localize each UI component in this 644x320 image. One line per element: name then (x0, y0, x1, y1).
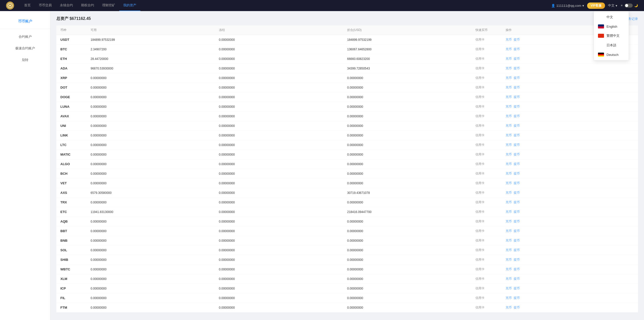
lang-label-tw: 繁體中文 (607, 33, 620, 38)
nav-item-options[interactable]: 期权合约 (77, 0, 98, 11)
deposit-link[interactable]: 充币 (506, 305, 512, 310)
deposit-link[interactable]: 充币 (506, 85, 512, 90)
withdraw-link[interactable]: 提币 (514, 124, 520, 128)
withdraw-link[interactable]: 提币 (514, 38, 520, 42)
deposit-link[interactable]: 充币 (506, 229, 512, 233)
language-button[interactable]: 中文 ▾ (608, 3, 617, 8)
user-profile[interactable]: 👤 111111@qq.com ▾ (551, 4, 584, 8)
withdraw-link[interactable]: 提币 (514, 286, 520, 291)
withdraw-link[interactable]: 提币 (514, 191, 520, 195)
chevron-down-icon: ▾ (616, 4, 617, 8)
theme-toggle[interactable]: ☀ 🌙 (620, 4, 638, 8)
deposit-link[interactable]: 充币 (506, 238, 512, 243)
withdraw-link[interactable]: 提币 (514, 229, 520, 233)
cell-available: 96870.53930000 (91, 67, 219, 70)
deposit-link[interactable]: 充币 (506, 296, 512, 300)
cell-frozen: 0.00000000 (219, 220, 347, 223)
deposit-link[interactable]: 充币 (506, 219, 512, 224)
deposit-link[interactable]: 充币 (506, 95, 512, 99)
deposit-link[interactable]: 充币 (506, 104, 512, 109)
deposit-link[interactable]: 充币 (506, 210, 512, 214)
table-row: MATIC 0.00000000 0.00000000 0.00000000 信… (56, 150, 638, 159)
withdraw-link[interactable]: 提币 (514, 133, 520, 137)
cell-actions: 充币 提币 (506, 152, 634, 157)
sidebar-item-transfer[interactable]: 划转 (0, 54, 50, 66)
deposit-link[interactable]: 充币 (506, 133, 512, 137)
withdraw-link[interactable]: 提币 (514, 47, 520, 51)
deposit-link[interactable]: 充币 (506, 38, 512, 42)
deposit-link[interactable]: 充币 (506, 258, 512, 262)
nav-item-spot[interactable]: 币币交易 (35, 0, 56, 11)
nav-item-mining[interactable]: 理财挖矿 (98, 0, 119, 11)
deposit-link[interactable]: 充币 (506, 152, 512, 157)
deposit-link[interactable]: 充币 (506, 171, 512, 176)
lang-item-de[interactable]: Deutsch (594, 50, 629, 59)
cell-coin: XLM (60, 277, 91, 281)
withdraw-link[interactable]: 提币 (514, 114, 520, 118)
vip-button[interactable]: VIP客服 (587, 3, 605, 9)
lang-item-jp[interactable]: 日本語 (594, 41, 629, 50)
deposit-link[interactable]: 充币 (506, 66, 512, 70)
cell-actions: 充币 提币 (506, 258, 634, 262)
nav-item-home[interactable]: 首页 (20, 0, 35, 11)
lang-item-en[interactable]: English (594, 22, 629, 31)
deposit-link[interactable]: 充币 (506, 286, 512, 291)
deposit-link[interactable]: 充币 (506, 124, 512, 128)
deposit-link[interactable]: 充币 (506, 267, 512, 271)
withdraw-link[interactable]: 提币 (514, 210, 520, 214)
withdraw-link[interactable]: 提币 (514, 95, 520, 99)
deposit-link[interactable]: 充币 (506, 191, 512, 195)
lang-item-zh[interactable]: 中文 (594, 12, 629, 22)
withdraw-link[interactable]: 提币 (514, 248, 520, 252)
withdraw-link[interactable]: 提币 (514, 258, 520, 262)
deposit-link[interactable]: 充币 (506, 248, 512, 252)
flag-cn (598, 15, 604, 19)
cell-frozen: 0.00000000 (219, 134, 347, 137)
sidebar-title[interactable]: 币币账户 (0, 16, 50, 29)
withdraw-link[interactable]: 提币 (514, 181, 520, 185)
lang-item-tw[interactable]: 繁體中文 (594, 31, 629, 41)
cell-available: 0.00000000 (91, 153, 219, 156)
cell-payment: 信用卡 (475, 258, 506, 262)
nav-item-perpetual[interactable]: 永续合约 (56, 0, 77, 11)
deposit-link[interactable]: 充币 (506, 181, 512, 185)
withdraw-link[interactable]: 提币 (514, 85, 520, 90)
withdraw-link[interactable]: 提币 (514, 305, 520, 310)
sidebar-item-contract[interactable]: 合约账户 (0, 31, 50, 43)
cell-actions: 充币 提币 (506, 104, 634, 109)
nav-item-assets[interactable]: 我的资产 (119, 0, 140, 11)
cell-frozen: 0.00000000 (219, 124, 347, 128)
withdraw-link[interactable]: 提币 (514, 267, 520, 271)
withdraw-link[interactable]: 提币 (514, 162, 520, 166)
withdraw-link[interactable]: 提币 (514, 277, 520, 281)
nav-right: 👤 111111@qq.com ▾ VIP客服 中文 ▾ ☀ 🌙 (551, 3, 638, 9)
withdraw-link[interactable]: 提币 (514, 296, 520, 300)
cell-coin: BBT (60, 229, 91, 233)
withdraw-link[interactable]: 提币 (514, 57, 520, 61)
withdraw-link[interactable]: 提币 (514, 219, 520, 224)
moon-icon: 🌙 (634, 4, 638, 7)
deposit-link[interactable]: 充币 (506, 200, 512, 204)
deposit-link[interactable]: 充币 (506, 162, 512, 166)
deposit-link[interactable]: 充币 (506, 76, 512, 80)
deposit-link[interactable]: 充币 (506, 277, 512, 281)
withdraw-link[interactable]: 提币 (514, 76, 520, 80)
deposit-link[interactable]: 充币 (506, 57, 512, 61)
deposit-link[interactable]: 充币 (506, 114, 512, 118)
sidebar-item-fast-contract[interactable]: 极速合约账户 (0, 43, 50, 54)
theme-switch[interactable] (625, 4, 633, 8)
withdraw-link[interactable]: 提币 (514, 104, 520, 109)
withdraw-link[interactable]: 提币 (514, 66, 520, 70)
withdraw-link[interactable]: 提币 (514, 200, 520, 204)
withdraw-link[interactable]: 提币 (514, 152, 520, 157)
lang-label-de: Deutsch (607, 53, 619, 57)
cell-payment: 信用卡 (475, 76, 506, 80)
main-wrapper: 币币账户 合约账户 极速合约账户 划转 总资产 $671162.45 财务记录 … (0, 11, 644, 320)
withdraw-link[interactable]: 提币 (514, 238, 520, 243)
deposit-link[interactable]: 充币 (506, 47, 512, 51)
cell-payment: 信用卡 (475, 267, 506, 271)
cell-usd: 0.00000000 (347, 268, 475, 271)
withdraw-link[interactable]: 提币 (514, 143, 520, 147)
withdraw-link[interactable]: 提币 (514, 171, 520, 176)
deposit-link[interactable]: 充币 (506, 143, 512, 147)
